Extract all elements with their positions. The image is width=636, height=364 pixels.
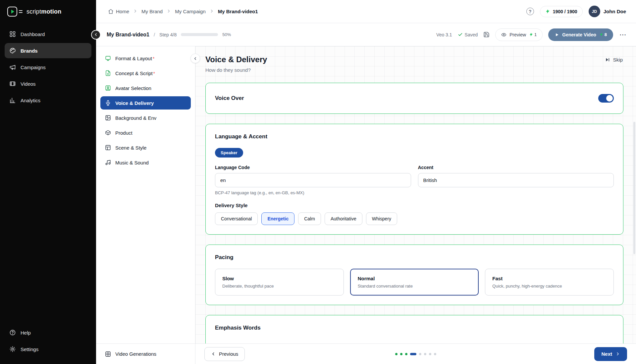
language-code-input[interactable] [215, 173, 411, 187]
step-dot[interactable] [419, 353, 421, 355]
sidebar-item-label: Settings [21, 346, 38, 352]
chevron-right-icon [166, 9, 171, 15]
delivery-style-conversational[interactable]: Conversational [215, 212, 258, 225]
pacing-option-fast[interactable]: Fast Quick, punchy, high-energy cadence [485, 269, 614, 296]
pacing-option-desc: Deliberate, thoughtful pace [222, 284, 337, 289]
breadcrumb-my-brand[interactable]: My Brand [141, 9, 163, 14]
step-item-scene-style[interactable]: Scene & Style [100, 141, 191, 154]
page-subtitle: How do they sound? [205, 67, 267, 73]
delivery-style-calm[interactable]: Calm [298, 212, 321, 225]
language-code-help: BCP-47 language tag (e.g., en, en-GB, es… [215, 190, 411, 195]
user-menu[interactable]: JD John Doe [589, 6, 626, 17]
speaker-badge: Speaker [215, 148, 243, 158]
step-item-product[interactable]: Product [100, 126, 191, 139]
step-dot[interactable] [429, 353, 431, 355]
step-item-concept-script[interactable]: Concept & Script* [100, 67, 191, 80]
delivery-style-authoritative[interactable]: Authoritative [325, 212, 362, 225]
step-indicator: Step 4/8 [159, 32, 177, 37]
chevron-left-icon [94, 32, 98, 37]
save-icon [483, 31, 490, 38]
eye-icon [501, 32, 506, 37]
check-icon [458, 32, 463, 37]
toggle-knob [606, 95, 613, 102]
chevron-right-icon [209, 9, 214, 15]
skip-button[interactable]: Skip [604, 55, 623, 65]
lightning-icon [529, 32, 533, 37]
steps-panel: Format & Layout* Concept & Script* Avata… [96, 46, 195, 364]
generate-label: Generate Video [562, 32, 596, 37]
sidebar-footer: Help Settings [0, 322, 96, 364]
previous-label: Previous [219, 351, 238, 357]
step-item-background-env[interactable]: Background & Env [100, 111, 191, 124]
chevron-left-icon [193, 56, 198, 61]
language-fields: Language Code BCP-47 language tag (e.g.,… [215, 165, 614, 195]
vertical-scrollbar[interactable] [633, 122, 635, 254]
sidebar-item-campaigns[interactable]: Campaigns [5, 60, 91, 75]
lightning-icon [599, 32, 604, 37]
video-generations-item[interactable]: Video Generations [96, 343, 195, 364]
accent-label: Accent [418, 165, 614, 170]
mic-icon [105, 100, 111, 106]
save-button[interactable] [483, 31, 490, 38]
sidebar-item-label: Dashboard [21, 31, 45, 37]
home-icon [108, 9, 114, 14]
step-item-music-sound[interactable]: Music & Sound [100, 156, 191, 169]
previous-button[interactable]: Previous [204, 347, 245, 361]
sidebar-item-brands[interactable]: Brands [5, 43, 91, 58]
content-row: Format & Layout* Concept & Script* Avata… [96, 46, 636, 364]
pacing-option-normal[interactable]: Normal Standard conversational rate [350, 269, 479, 296]
help-button[interactable]: ? [526, 8, 534, 15]
brand-logo[interactable]: scriptmotion [0, 0, 96, 23]
step-dot[interactable] [400, 353, 402, 355]
breadcrumb-label: Home [116, 9, 129, 14]
project-toolbar: My Brand-video1 / Step 4/8 50% Veo 3.1 S… [96, 23, 636, 46]
preview-button[interactable]: Preview 1 [495, 28, 543, 41]
collapse-steps-button[interactable] [190, 54, 200, 63]
credits-badge[interactable]: 1900 / 1900 [540, 6, 583, 17]
sidebar-item-dashboard[interactable]: Dashboard [5, 26, 91, 42]
step-item-format-layout[interactable]: Format & Layout* [100, 52, 191, 65]
breadcrumb-label: My Campaign [175, 9, 206, 14]
layout-icon [105, 145, 111, 151]
voice-over-toggle[interactable] [598, 94, 614, 103]
content-area: Voice & Delivery How do they sound? Skip… [195, 46, 636, 364]
delivery-style-energetic[interactable]: Energetic [261, 212, 294, 225]
step-dot[interactable] [434, 353, 436, 355]
sidebar-item-analytics[interactable]: Analytics [5, 93, 91, 108]
pacing-title: Pacing [215, 254, 614, 261]
project-title: My Brand-video1 [107, 32, 149, 38]
content-scroll[interactable]: Voice & Delivery How do they sound? Skip… [195, 46, 636, 343]
sidebar-item-settings[interactable]: Settings [5, 341, 91, 357]
next-button[interactable]: Next [594, 347, 627, 361]
breadcrumb-home[interactable]: Home [108, 9, 129, 14]
step-label: Music & Sound [115, 160, 149, 165]
step-dot[interactable] [410, 353, 416, 355]
step-dot[interactable] [395, 353, 398, 355]
collapse-sidebar-button[interactable] [91, 30, 101, 39]
generate-video-button[interactable]: Generate Video 8 [548, 28, 613, 41]
step-label: Concept & Script* [115, 70, 155, 76]
breadcrumb-current: My Brand-video1 [218, 9, 258, 14]
breadcrumb-label: My Brand [141, 9, 163, 14]
step-dot[interactable] [424, 353, 426, 355]
chevron-left-icon [211, 351, 216, 356]
more-options-button[interactable]: ⋯ [619, 31, 627, 39]
steps-list: Format & Layout* Concept & Script* Avata… [96, 46, 195, 174]
user-square-icon [105, 85, 111, 91]
sidebar-item-help[interactable]: Help [5, 325, 91, 340]
step-item-avatar-selection[interactable]: Avatar Selection [100, 81, 191, 95]
sidebar-item-label: Brands [21, 48, 38, 54]
ellipsis-icon: ⋯ [619, 31, 627, 38]
pacing-option-title: Normal [358, 276, 471, 281]
breadcrumb-my-campaign[interactable]: My Campaign [175, 9, 206, 14]
step-item-voice-delivery[interactable]: Voice & Delivery [100, 96, 191, 110]
breadcrumb-label: My Brand-video1 [218, 9, 258, 14]
page-head: Voice & Delivery How do they sound? Skip [205, 55, 623, 73]
pacing-option-slow[interactable]: Slow Deliberate, thoughtful pace [215, 269, 344, 296]
sidebar-item-videos[interactable]: Videos [5, 76, 91, 91]
step-dot[interactable] [405, 353, 407, 355]
accent-input[interactable] [418, 173, 614, 187]
delivery-style-whispery[interactable]: Whispery [366, 212, 397, 225]
video-generations-label: Video Generations [115, 351, 156, 357]
sidebar-item-label: Videos [21, 81, 36, 87]
